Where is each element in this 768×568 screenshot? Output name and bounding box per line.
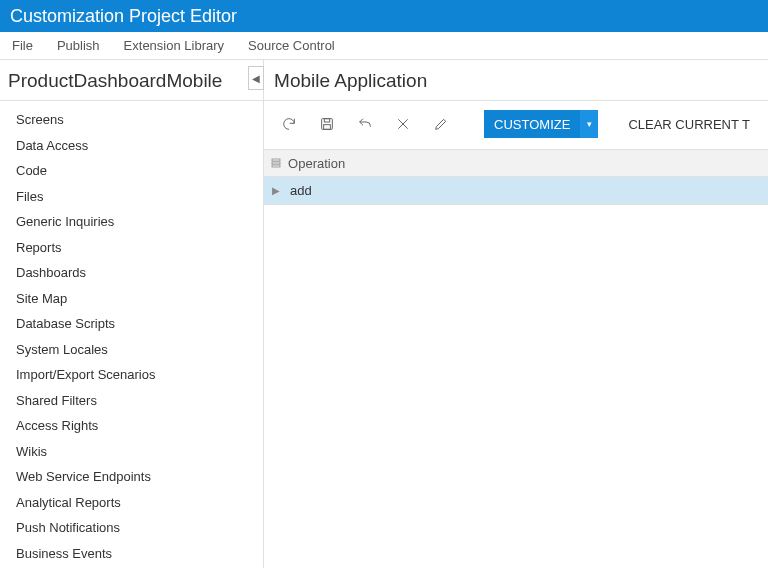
sidebar-item-business-events[interactable]: Business Events bbox=[0, 541, 263, 567]
grid-col-operation[interactable]: Operation bbox=[288, 156, 345, 171]
project-name: ProductDashboardMobile ◀ bbox=[0, 60, 263, 101]
refresh-button[interactable] bbox=[274, 109, 304, 139]
grid-settings-icon[interactable] bbox=[264, 157, 288, 169]
sidebar-item-label: Reports bbox=[16, 240, 62, 255]
sidebar-item-label: Import/Export Scenarios bbox=[16, 367, 155, 382]
sidebar-item-push-notifications[interactable]: Push Notifications bbox=[0, 515, 263, 541]
menu-source-control[interactable]: Source Control bbox=[248, 38, 335, 53]
sidebar-item-files[interactable]: Files bbox=[0, 184, 263, 210]
customize-button[interactable]: CUSTOMIZE bbox=[484, 110, 580, 138]
svg-rect-2 bbox=[324, 125, 331, 130]
sidebar: ProductDashboardMobile ◀ ScreensData Acc… bbox=[0, 60, 264, 568]
grid-row[interactable]: ▶ add bbox=[264, 177, 768, 205]
sidebar-item-code[interactable]: Code bbox=[0, 158, 263, 184]
sidebar-item-database-scripts[interactable]: Database Scripts bbox=[0, 311, 263, 337]
toolbar: CUSTOMIZE ▾ CLEAR CURRENT T bbox=[264, 101, 768, 145]
sidebar-item-site-map[interactable]: Site Map bbox=[0, 286, 263, 312]
sidebar-item-label: Site Map bbox=[16, 291, 67, 306]
title-bar: Customization Project Editor bbox=[0, 0, 768, 32]
save-button[interactable] bbox=[312, 109, 342, 139]
menu-extension-library[interactable]: Extension Library bbox=[124, 38, 224, 53]
svg-rect-5 bbox=[272, 159, 280, 161]
sidebar-item-access-rights[interactable]: Access Rights bbox=[0, 413, 263, 439]
customize-caret[interactable]: ▾ bbox=[580, 110, 598, 138]
sidebar-item-system-locales[interactable]: System Locales bbox=[0, 337, 263, 363]
sidebar-item-label: System Locales bbox=[16, 342, 108, 357]
row-operation-value: add bbox=[288, 183, 312, 198]
sidebar-item-import-export-scenarios[interactable]: Import/Export Scenarios bbox=[0, 362, 263, 388]
sidebar-item-label: Generic Inquiries bbox=[16, 214, 114, 229]
undo-icon bbox=[357, 116, 373, 132]
sidebar-item-generic-inquiries[interactable]: Generic Inquiries bbox=[0, 209, 263, 235]
sidebar-collapse-button[interactable]: ◀ bbox=[248, 66, 264, 90]
sidebar-item-label: Dashboards bbox=[16, 265, 86, 280]
app-title: Customization Project Editor bbox=[10, 6, 237, 27]
sidebar-item-screens[interactable]: Screens bbox=[0, 107, 263, 133]
sidebar-item-shared-filters[interactable]: Shared Filters bbox=[0, 388, 263, 414]
customize-split-button[interactable]: CUSTOMIZE ▾ bbox=[484, 110, 598, 138]
sidebar-item-dashboards[interactable]: Dashboards bbox=[0, 260, 263, 286]
sidebar-item-label: Access Rights bbox=[16, 418, 98, 433]
row-expand-icon[interactable]: ▶ bbox=[264, 185, 288, 196]
svg-rect-6 bbox=[272, 162, 280, 164]
menu-file[interactable]: File bbox=[12, 38, 33, 53]
svg-rect-1 bbox=[324, 119, 329, 122]
clear-current-button[interactable]: CLEAR CURRENT T bbox=[620, 110, 758, 138]
sidebar-item-wikis[interactable]: Wikis bbox=[0, 439, 263, 465]
save-icon bbox=[319, 116, 335, 132]
sidebar-item-label: Web Service Endpoints bbox=[16, 469, 151, 484]
close-icon bbox=[395, 116, 411, 132]
sidebar-item-label: Push Notifications bbox=[16, 520, 120, 535]
sidebar-item-label: Analytical Reports bbox=[16, 495, 121, 510]
sidebar-item-analytical-reports[interactable]: Analytical Reports bbox=[0, 490, 263, 516]
menu-publish[interactable]: Publish bbox=[57, 38, 100, 53]
sidebar-item-label: Files bbox=[16, 189, 43, 204]
grid-header-row: Operation bbox=[264, 149, 768, 177]
sidebar-item-label: Data Access bbox=[16, 138, 88, 153]
sidebar-item-label: Screens bbox=[16, 112, 64, 127]
edit-button[interactable] bbox=[426, 109, 456, 139]
main-panel: Mobile Application CUSTOMIZE ▾ bbox=[264, 60, 768, 568]
close-button[interactable] bbox=[388, 109, 418, 139]
menu-bar: File Publish Extension Library Source Co… bbox=[0, 32, 768, 60]
navigation-tree: ScreensData AccessCodeFilesGeneric Inqui… bbox=[0, 101, 263, 568]
sidebar-item-web-service-endpoints[interactable]: Web Service Endpoints bbox=[0, 464, 263, 490]
pencil-icon bbox=[433, 116, 449, 132]
undo-button[interactable] bbox=[350, 109, 380, 139]
workspace: ProductDashboardMobile ◀ ScreensData Acc… bbox=[0, 60, 768, 568]
sidebar-item-label: Wikis bbox=[16, 444, 47, 459]
sidebar-item-label: Database Scripts bbox=[16, 316, 115, 331]
project-name-label: ProductDashboardMobile bbox=[8, 70, 222, 91]
sidebar-item-label: Code bbox=[16, 163, 47, 178]
refresh-icon bbox=[281, 116, 297, 132]
page-title: Mobile Application bbox=[264, 60, 768, 101]
sidebar-item-label: Business Events bbox=[16, 546, 112, 561]
sidebar-item-data-access[interactable]: Data Access bbox=[0, 133, 263, 159]
sidebar-item-reports[interactable]: Reports bbox=[0, 235, 263, 261]
sidebar-item-label: Shared Filters bbox=[16, 393, 97, 408]
svg-rect-7 bbox=[272, 165, 280, 167]
